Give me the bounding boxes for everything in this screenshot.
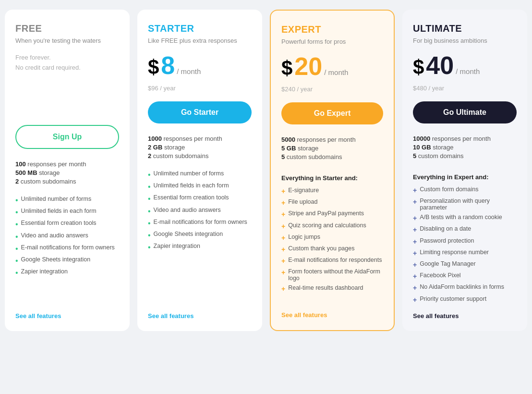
list-item: +Stripe and PayPal payments <box>281 209 383 220</box>
bullet-plus-icon: + <box>281 222 285 231</box>
list-item: •Google Sheets integration <box>15 255 119 267</box>
feature-text: Google Sheets integration <box>154 231 223 237</box>
list-item: •Unlimited number of forms <box>15 194 119 206</box>
list-item: +Disabling on a date <box>413 224 517 235</box>
feature-text: Limiting response number <box>420 249 489 256</box>
feature-text: Essential form creation tools <box>154 194 229 201</box>
bullet-dot-icon: • <box>15 256 18 265</box>
features-list-starter: •Unlimited number of forms•Unlimited fie… <box>148 169 252 253</box>
plan-tagline-ultimate: For big business ambitions <box>413 37 517 44</box>
plan-free-note: Free forever.No credit card required. <box>15 53 119 74</box>
pricing-grid: FREEWhen you're testing the watersFree f… <box>5 10 527 331</box>
spec-line: 2 custom subdomains <box>15 178 119 185</box>
plan-tagline-free: When you're testing the waters <box>15 37 119 44</box>
price-area-starter: $8/ month <box>148 53 252 82</box>
bullet-dot-icon: • <box>15 268 18 277</box>
price-per-expert: / month <box>324 68 348 76</box>
bullet-dot-icon: • <box>15 232 18 241</box>
list-item: •Unlimited number of forms <box>148 169 252 181</box>
bullet-plus-icon: + <box>281 187 285 196</box>
cta-button-ultimate[interactable]: Go Ultimate <box>413 101 517 123</box>
feature-text: Quiz scoring and calculations <box>288 222 366 229</box>
feature-text: Zapier integration <box>21 268 68 275</box>
plan-name-expert: EXPERT <box>281 24 383 35</box>
see-all-features-expert[interactable]: See all features <box>281 311 383 319</box>
plan-specs-expert: 5000 responses per month5 GB storage5 cu… <box>281 136 383 162</box>
list-item: +Custom form domains <box>413 185 517 196</box>
feature-text: Video and audio answers <box>21 232 88 239</box>
list-item: +Password protection <box>413 236 517 247</box>
price-per-starter: / month <box>177 67 201 75</box>
list-item: +Logic jumps <box>281 232 383 244</box>
feature-text: E-mail notifications for respondents <box>288 257 382 263</box>
bullet-plus-icon: + <box>281 268 285 277</box>
list-item: +E-mail notifications for respondents <box>281 255 383 267</box>
plan-card-expert: EXPERTPowerful forms for pros$20/ month$… <box>270 10 395 331</box>
feature-text: Priority customer support <box>420 296 486 302</box>
feature-text: Essential form creation tools <box>21 220 97 226</box>
feature-text: Real-time results dashboard <box>288 284 363 291</box>
feature-text: Google Sheets integration <box>21 256 91 263</box>
bullet-plus-icon: + <box>281 234 285 242</box>
feature-text: Custom form domains <box>420 186 478 193</box>
see-all-features-ultimate[interactable]: See all features <box>413 312 517 320</box>
bullet-dot-icon: • <box>148 194 151 203</box>
bullet-dot-icon: • <box>15 220 18 229</box>
list-item: •Unlimited fields in each form <box>148 181 252 193</box>
list-item: +Personalization with query parameter <box>413 196 517 212</box>
bullet-dot-icon: • <box>148 219 151 228</box>
bullet-plus-dark-icon: + <box>413 237 417 246</box>
price-symbol-expert: $ <box>281 58 292 78</box>
bullet-plus-dark-icon: + <box>413 272 417 281</box>
list-item: •Video and audio answers <box>15 231 119 243</box>
bullet-plus-dark-icon: + <box>413 214 417 222</box>
price-amount-expert: 20 <box>294 54 322 79</box>
feature-text: E-mail notifications for form owners <box>154 219 247 225</box>
spec-line: 10 GB storage <box>413 144 517 151</box>
see-all-features-starter[interactable]: See all features <box>148 312 252 320</box>
spec-line: 5000 responses per month <box>281 136 383 143</box>
spec-line: 5 GB storage <box>281 145 383 152</box>
list-item: +No AidaForm backlinks in forms <box>413 282 517 294</box>
bullet-dot-icon: • <box>148 182 151 191</box>
features-header-expert: Everything in Starter and: <box>281 174 383 182</box>
feature-text: Unlimited number of forms <box>154 170 224 177</box>
plan-card-starter: STARTERLike FREE plus extra responses$8/… <box>137 10 262 331</box>
feature-text: Personalization with query parameter <box>420 197 517 211</box>
list-item: +E-signature <box>281 185 383 197</box>
list-item: +Real-time results dashboard <box>281 283 383 295</box>
list-item: +Quiz scoring and calculations <box>281 221 383 232</box>
feature-text: Form footers without the AidaForm logo <box>288 268 383 282</box>
feature-text: Facebook Pixel <box>420 272 460 279</box>
plan-card-free: FREEWhen you're testing the watersFree f… <box>5 10 130 331</box>
feature-text: Video and audio answers <box>154 207 221 213</box>
price-amount-starter: 8 <box>161 53 175 78</box>
bullet-plus-icon: + <box>281 210 285 219</box>
cta-button-starter[interactable]: Go Starter <box>148 101 252 123</box>
cta-button-free[interactable]: Sign Up <box>15 125 119 149</box>
bullet-plus-icon: + <box>281 284 285 293</box>
list-item: +Custom thank you pages <box>281 244 383 255</box>
bullet-plus-dark-icon: + <box>413 296 417 304</box>
feature-text: E-signature <box>288 187 319 194</box>
features-list-expert: +E-signature+File upload+Stripe and PayP… <box>281 185 383 295</box>
spec-line: 5 custom subdomains <box>281 153 383 160</box>
plan-card-ultimate: ULTIMATEFor big business ambitions$40/ m… <box>402 10 527 331</box>
spec-line: 10000 responses per month <box>413 135 517 142</box>
price-area-free <box>15 83 119 111</box>
list-item: •Essential form creation tools <box>148 193 252 205</box>
cta-button-expert[interactable]: Go Expert <box>281 102 383 124</box>
feature-text: Unlimited fields in each form <box>21 208 97 214</box>
list-item: +Facebook Pixel <box>413 271 517 282</box>
price-symbol-ultimate: $ <box>413 57 424 77</box>
plan-name-free: FREE <box>15 23 119 34</box>
spec-line: 5 custom domains <box>413 152 517 160</box>
see-all-features-free[interactable]: See all features <box>15 312 119 320</box>
price-year-starter: $96 / year <box>148 85 252 92</box>
feature-text: Google Tag Manager <box>420 260 476 267</box>
list-item: +Form footers without the AidaForm logo <box>281 267 383 283</box>
price-area-expert: $20/ month <box>281 54 383 83</box>
bullet-plus-icon: + <box>281 257 285 265</box>
plan-specs-starter: 1000 responses per month2 GB storage2 cu… <box>148 135 252 161</box>
price-amount-ultimate: 40 <box>426 53 454 78</box>
